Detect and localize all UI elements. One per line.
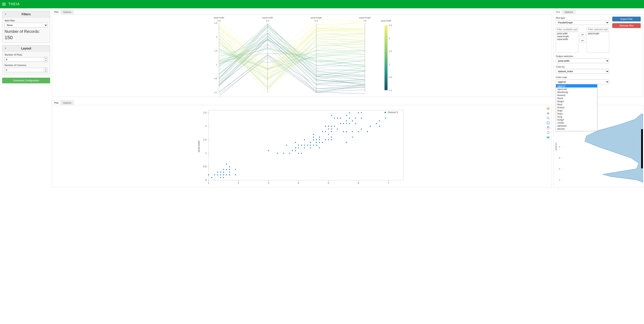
- dropdown-option[interactable]: brwnyl: [556, 106, 597, 109]
- svg-point-87: [289, 153, 290, 154]
- svg-point-63: [211, 177, 212, 178]
- dropdown-option[interactable]: electric: [556, 127, 597, 130]
- list-item[interactable]: petal.width: [556, 32, 578, 35]
- num-cols-input[interactable]: [4, 68, 44, 72]
- colormap-select[interactable]: aggrnyl: [556, 79, 609, 84]
- spin-down-icon[interactable]: ▼: [44, 59, 48, 62]
- export-plot-button[interactable]: Export Plot: [612, 17, 641, 21]
- svg-text:0.1: 0.1: [389, 89, 392, 91]
- svg-point-101: [310, 147, 311, 148]
- box-zoom-icon[interactable]: [546, 121, 550, 125]
- zoom-icon[interactable]: [546, 116, 550, 120]
- svg-point-153: [361, 128, 362, 129]
- pan-icon[interactable]: [546, 111, 550, 115]
- dropdown-option[interactable]: burgyl: [556, 118, 597, 121]
- dropdown-option[interactable]: darkmint: [556, 124, 597, 127]
- svg-point-64: [214, 174, 215, 175]
- svg-point-143: [349, 123, 350, 124]
- records-value: 150: [4, 35, 48, 40]
- dropdown-option[interactable]: bugn: [556, 109, 597, 112]
- available-list[interactable]: petal.widthsepal.lengthsepal.width: [556, 32, 578, 53]
- svg-point-105: [313, 139, 314, 140]
- colorby-select[interactable]: dataset_index: [556, 69, 609, 74]
- tab-options[interactable]: Options: [61, 100, 74, 105]
- download-config-button[interactable]: Download Configuration: [2, 78, 50, 83]
- svg-point-107: [313, 134, 314, 135]
- svg-line-29: [548, 119, 550, 119]
- colormap-label: Color map: [556, 76, 609, 78]
- svg-point-132: [337, 128, 338, 129]
- tab-options[interactable]: Options: [61, 10, 74, 14]
- tab-plot[interactable]: Plot: [554, 10, 562, 14]
- svg-text:3: 3: [559, 157, 560, 159]
- list-item[interactable]: sepal.length: [556, 35, 578, 38]
- svg-point-94: [298, 145, 299, 146]
- reset-icon[interactable]: [546, 131, 550, 135]
- svg-point-108: [316, 145, 317, 146]
- svg-point-148: [352, 120, 353, 121]
- hamburger-icon[interactable]: [2, 2, 6, 6]
- list-item[interactable]: sepal.width: [556, 38, 578, 41]
- filters-panel: ▼ Filters Add Filter None Number of Reco…: [2, 11, 50, 43]
- dropdown-option[interactable]: bluyl: [556, 103, 597, 106]
- move-right-button[interactable]: >>: [579, 32, 586, 37]
- svg-text:1.5: 1.5: [214, 49, 217, 52]
- add-filter-label: Add Filter: [4, 19, 48, 22]
- list-item[interactable]: petal.length: [587, 32, 609, 35]
- filters-panel-header[interactable]: ▼ Filters: [2, 11, 50, 17]
- svg-point-78: [229, 172, 230, 173]
- parallel-coords-plot[interactable]: petal.width2.5sepal.width4.4petal.length…: [52, 14, 552, 97]
- svg-point-118: [325, 131, 326, 132]
- svg-text:0: 0: [205, 179, 207, 181]
- svg-text:0.5: 0.5: [389, 76, 392, 78]
- svg-point-139: [346, 131, 347, 132]
- dropdown-option[interactable]: blugrn: [556, 100, 597, 103]
- dropdown-option[interactable]: blues: [556, 97, 597, 100]
- filter-selected-input[interactable]: [587, 27, 609, 31]
- hover-icon[interactable]: [546, 135, 550, 139]
- output-selection-select[interactable]: petal.width: [556, 58, 609, 63]
- layout-panel-header[interactable]: ▼ Layout: [2, 45, 50, 52]
- svg-point-81: [235, 174, 236, 175]
- dropdown-option[interactable]: bluered: [556, 94, 597, 97]
- dropdown-option[interactable]: cividis: [556, 121, 597, 124]
- bokeh-logo-icon[interactable]: [546, 106, 550, 110]
- svg-point-149: [355, 123, 356, 124]
- plot-type-select[interactable]: ParallelGraph: [556, 20, 609, 25]
- tab-plot[interactable]: Plot: [52, 100, 61, 105]
- save-icon[interactable]: [546, 126, 550, 130]
- move-left-button[interactable]: <<: [579, 38, 586, 43]
- dropdown-option[interactable]: blackbody: [556, 91, 597, 94]
- svg-point-75: [226, 169, 227, 170]
- filter-available-input[interactable]: [556, 27, 578, 31]
- remove-plot-button[interactable]: Remove Plot: [612, 23, 641, 28]
- spin-up-icon[interactable]: ▲: [44, 68, 48, 70]
- spin-up-icon[interactable]: ▲: [44, 57, 48, 59]
- svg-point-144: [349, 118, 350, 119]
- dropdown-option[interactable]: agsunset: [556, 87, 597, 91]
- svg-text:petal.width: petal.width: [198, 141, 200, 152]
- svg-point-84: [277, 153, 278, 154]
- dropdown-option[interactable]: emrld: [556, 130, 597, 131]
- svg-point-160: [379, 120, 380, 121]
- dropdown-option[interactable]: aggrnyl: [556, 84, 597, 87]
- tab-options[interactable]: Options: [562, 10, 575, 14]
- scatter-plot[interactable]: 123456700.511.522.5petal.widthDataset 0: [52, 105, 552, 188]
- dropdown-option[interactable]: burg: [556, 115, 597, 118]
- colormap-dropdown-open[interactable]: aggrnylagsunsetblackbodyblueredbluesblug…: [556, 84, 597, 131]
- svg-point-131: [334, 118, 335, 119]
- svg-point-104: [313, 145, 314, 146]
- svg-point-77: [229, 174, 230, 175]
- spin-down-icon[interactable]: ▼: [44, 70, 48, 72]
- add-filter-select[interactable]: None: [4, 23, 48, 27]
- sidebar: ▼ Filters Add Filter None Number of Reco…: [0, 8, 51, 324]
- svg-point-71: [223, 174, 224, 175]
- svg-rect-18: [384, 25, 388, 90]
- svg-point-158: [376, 123, 377, 124]
- svg-point-89: [295, 150, 296, 151]
- selected-list[interactable]: petal.length: [587, 32, 609, 53]
- num-plots-input[interactable]: [4, 57, 44, 62]
- dropdown-option[interactable]: bupu: [556, 112, 597, 115]
- tab-plot[interactable]: Plot: [52, 10, 61, 14]
- svg-point-127: [331, 128, 332, 129]
